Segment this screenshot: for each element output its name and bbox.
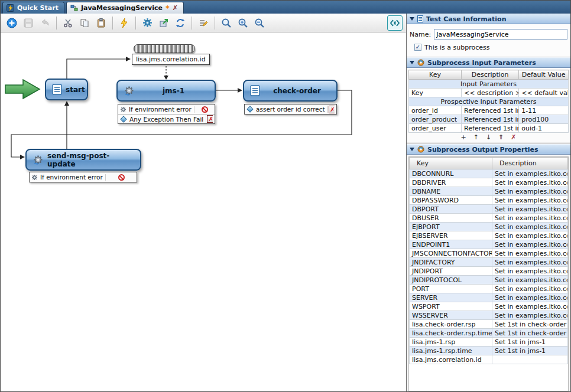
table-cell[interactable]: EJBSERVER — [410, 231, 492, 240]
table-row[interactable]: DBDRIVERSet in examples.itko.com.confi..… — [410, 178, 568, 187]
save-button[interactable] — [21, 15, 36, 31]
table-row[interactable]: Key<< description >><< default value >> — [409, 89, 569, 97]
table-cell[interactable]: DBCONNURL — [410, 169, 492, 178]
table-row[interactable]: EJBPORTSet in examples.itko.com.confi... — [410, 223, 568, 231]
table-cell[interactable]: DBUSER — [410, 214, 492, 223]
zoom-in-button[interactable] — [235, 15, 251, 31]
table-cell[interactable]: JNDIFACTORY — [410, 258, 492, 267]
subprocess-checkbox[interactable]: ✓ — [414, 44, 421, 51]
table-cell[interactable]: Referenced 1st in j... — [462, 106, 519, 115]
table-row[interactable]: DBNAMESet in examples.itko.com.confi... — [410, 187, 568, 196]
table-row[interactable]: order_productReferenced 1st in j...prod1… — [409, 115, 569, 124]
table-row[interactable]: lisa.check-order.rspSet 1st in check-ord… — [410, 320, 568, 329]
assertion-row[interactable]: assert order id correct ✗ — [245, 104, 336, 114]
table-cell[interactable]: Set in examples.itko.com.confi... — [492, 240, 568, 249]
jms-correlation-coil-icon[interactable] — [134, 44, 195, 53]
section-header-output-properties[interactable]: Subprocess Output Properties — [407, 144, 570, 155]
table-cell[interactable]: Set in examples.itko.com.confi... — [492, 231, 568, 240]
table-cell[interactable]: PORT — [410, 285, 492, 293]
paste-button[interactable] — [93, 15, 109, 31]
table-cell[interactable]: Set in examples.itko.com.confi... — [492, 214, 568, 223]
table-cell[interactable]: lisa.jms-1.rsp.time — [410, 347, 492, 355]
table-cell[interactable]: DBPASSWORD — [410, 196, 492, 205]
table-cell[interactable]: SERVER — [410, 293, 492, 302]
promote-button[interactable]: ⇑ — [498, 133, 504, 142]
table-cell[interactable] — [492, 355, 568, 364]
table-row[interactable]: order_idReferenced 1st in j...1-11 — [409, 106, 569, 115]
table-row[interactable]: WSPORTSet in examples.itko.com.confi... — [410, 302, 568, 311]
table-cell[interactable]: JNDIPORT — [410, 267, 492, 276]
table-row[interactable]: JNDIPROTOCOLSet in examples.itko.com.con… — [410, 276, 568, 285]
table-cell[interactable]: Referenced 1st in j... — [462, 115, 519, 124]
node-check-order[interactable]: check-order — [243, 80, 338, 102]
correlation-id-label[interactable]: lisa.jms.correlation.id — [132, 54, 210, 65]
table-cell[interactable]: WSPORT — [410, 302, 492, 311]
zoom-button[interactable] — [219, 15, 234, 31]
table-cell[interactable]: order_user — [409, 124, 462, 133]
table-cell[interactable]: Set in examples.itko.com.confi... — [492, 169, 568, 178]
zoom-out-button[interactable] — [252, 15, 267, 31]
node-send-msg-post-update[interactable]: send-msg-post-update — [25, 149, 141, 171]
table-row[interactable]: SERVERSet in examples.itko.com.confi... — [410, 293, 568, 302]
table-cell[interactable]: prod100 — [519, 115, 569, 124]
table-cell[interactable]: Set in examples.itko.com.confi... — [492, 293, 568, 302]
table-cell[interactable]: Set 1st in check-order — [492, 329, 568, 338]
table-row[interactable]: JNDIPORTSet in examples.itko.com.confi..… — [410, 267, 568, 276]
xml-view-button[interactable] — [387, 15, 403, 31]
settings-gear-button[interactable] — [139, 15, 155, 31]
table-cell[interactable]: order_product — [409, 115, 462, 124]
collapse-icon[interactable] — [410, 148, 414, 151]
node-start[interactable]: start — [45, 79, 88, 100]
table-cell[interactable]: WSSERVER — [410, 311, 492, 320]
table-row[interactable]: DBPASSWORDSet in examples.itko.com.confi… — [410, 196, 568, 205]
table-row[interactable]: lisa.jms.correlation.id — [410, 355, 568, 364]
tab-close-icon[interactable]: ✗ — [173, 4, 178, 12]
table-cell[interactable]: ENDPOINT1 — [410, 240, 492, 249]
table-cell[interactable]: Set in examples.itko.com.confi... — [492, 187, 568, 196]
collapse-icon[interactable] — [410, 17, 414, 21]
table-cell[interactable]: lisa.jms-1.rsp — [410, 338, 492, 347]
assertion-row[interactable]: Any Exception Then Fail ✗ — [118, 114, 215, 123]
table-cell[interactable]: Set 1st in check-order — [492, 320, 568, 329]
undo-button[interactable] — [37, 15, 53, 31]
table-cell[interactable]: Referenced 1st in j... — [462, 124, 519, 133]
table-row[interactable]: lisa.jms-1.rspSet 1st in jms-1 — [410, 338, 568, 347]
table-cell[interactable]: Set in examples.itko.com.confi... — [492, 205, 568, 214]
table-row[interactable]: DBCONNURLSet in examples.itko.com.confi.… — [410, 169, 568, 178]
filter-row[interactable]: If environment error — [30, 172, 137, 182]
delete-param-button[interactable]: ✗ — [511, 133, 516, 142]
sync-button[interactable] — [173, 15, 188, 31]
table-cell[interactable]: lisa.check-order.rsp.time — [410, 329, 492, 338]
cut-button[interactable] — [60, 15, 76, 31]
table-row[interactable]: WSSERVERSet in examples.itko.com.confi..… — [410, 311, 568, 320]
table-cell[interactable]: Set 1st in jms-1 — [492, 338, 568, 347]
table-cell[interactable]: Set in examples.itko.com.confi... — [492, 311, 568, 320]
table-row[interactable]: PORTSet in examples.itko.com.confi... — [410, 285, 568, 293]
test-case-name-input[interactable] — [434, 29, 567, 40]
table-cell[interactable]: << default value >> — [519, 89, 569, 97]
table-cell[interactable]: Set in examples.itko.com.confi... — [492, 276, 568, 285]
table-cell[interactable]: order_id — [409, 106, 462, 115]
table-cell[interactable]: 1-11 — [519, 106, 569, 115]
section-header-input-parameters[interactable]: Subprocess Input Parameters — [407, 57, 570, 68]
export-button[interactable] — [156, 15, 171, 31]
tab-quick-start[interactable]: Quick Start — [2, 2, 64, 14]
table-cell[interactable]: Set in examples.itko.com.confi... — [492, 178, 568, 187]
table-row[interactable]: ENDPOINT1Set in examples.itko.com.confi.… — [410, 240, 568, 249]
table-row[interactable]: DBUSERSet in examples.itko.com.confi... — [410, 214, 568, 223]
table-cell[interactable]: Set in examples.itko.com.confi... — [492, 223, 568, 231]
node-jms-1[interactable]: jms-1 — [116, 80, 216, 102]
table-cell[interactable]: << description >> — [462, 89, 519, 97]
table-row[interactable]: lisa.jms-1.rsp.timeSet 1st in jms-1 — [410, 347, 568, 355]
move-down-button[interactable]: ↓ — [486, 133, 491, 142]
collapse-icon[interactable] — [410, 61, 414, 64]
table-row[interactable]: lisa.check-order.rsp.timeSet 1st in chec… — [410, 329, 568, 338]
run-button[interactable] — [116, 15, 132, 31]
table-cell[interactable]: JMSCONNECTIONFACTORY — [410, 249, 492, 258]
table-cell[interactable]: ouid-1 — [519, 124, 569, 133]
table-row[interactable]: order_userReferenced 1st in j...ouid-1 — [409, 124, 569, 133]
table-cell[interactable]: Set 1st in jms-1 — [492, 347, 568, 355]
move-up-button[interactable]: ↑ — [473, 133, 479, 142]
table-cell[interactable]: EJBPORT — [410, 223, 492, 231]
table-cell[interactable]: JNDIPROTOCOL — [410, 276, 492, 285]
